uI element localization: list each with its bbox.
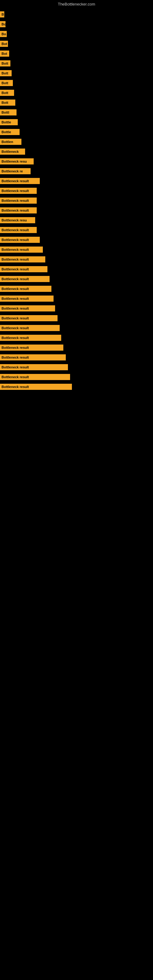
list-item: Bott: [0, 59, 153, 68]
bottleneck-label: Bottleneck result: [0, 325, 60, 331]
bottleneck-label: Bottleneck result: [0, 335, 61, 341]
list-item: Bottleneck result: [0, 284, 153, 294]
bottleneck-label: Bottleneck result: [0, 227, 37, 233]
list-item: Bot: [0, 49, 153, 59]
bottleneck-label: Bott: [0, 70, 12, 76]
bottleneck-label: Bottlen: [0, 139, 21, 145]
bottleneck-label: Bottl: [0, 109, 16, 115]
list-item: Bottle: [0, 117, 153, 127]
bottleneck-label: Bottleneck result: [0, 207, 37, 213]
bottleneck-label: Bottleneck resu: [0, 217, 35, 223]
list-item: Bottleneck result: [0, 333, 153, 343]
bottleneck-label: Bottleneck result: [0, 384, 72, 390]
bottleneck-label: Bottleneck result: [0, 256, 45, 262]
bottleneck-label: Bottleneck result: [0, 345, 63, 351]
bottleneck-label: Bott: [0, 60, 10, 67]
list-item: Bottleneck result: [0, 362, 153, 372]
bottleneck-label: Bottleneck result: [0, 315, 57, 321]
list-item: Bottleneck result: [0, 304, 153, 313]
bottleneck-label: Bottleneck result: [0, 237, 40, 243]
list-item: Bottleneck result: [0, 264, 153, 274]
bottleneck-label: Bottleneck result: [0, 188, 37, 194]
list-item: Bottleneck result: [0, 245, 153, 255]
bottleneck-label: Bottleneck result: [0, 197, 37, 204]
list-item: Bottleneck result: [0, 225, 153, 235]
bottleneck-label: Bot: [0, 51, 9, 57]
bottleneck-label: Bottleneck result: [0, 178, 40, 184]
bottleneck-label: Bottleneck result: [0, 276, 49, 282]
list-item: Bottleneck result: [0, 186, 153, 196]
list-item: Bottleneck result: [0, 176, 153, 186]
bottleneck-label: Bottleneck re: [0, 168, 30, 174]
bottleneck-label: Bottleneck result: [0, 354, 66, 360]
list-item: Bottleneck: [0, 147, 153, 156]
bottleneck-label: B: [0, 11, 4, 18]
bottleneck-label: Bottleneck result: [0, 286, 51, 292]
bottleneck-label: Bottleneck result: [0, 296, 54, 302]
bottleneck-label: Bo: [0, 21, 5, 27]
list-item: Bottleneck resu: [0, 215, 153, 225]
list-item: Bottleneck result: [0, 313, 153, 323]
bottleneck-label: Bottleneck result: [0, 247, 43, 253]
list-item: Bottle: [0, 127, 153, 137]
bottleneck-label: Bot: [0, 41, 8, 47]
list-item: Bottleneck re: [0, 166, 153, 176]
list-item: Bottleneck result: [0, 294, 153, 304]
list-item: Bo: [0, 29, 153, 39]
list-item: Bott: [0, 88, 153, 98]
list-item: Bottleneck result: [0, 323, 153, 333]
list-item: Bottleneck result: [0, 255, 153, 264]
bottleneck-label: Bott: [0, 90, 14, 96]
list-item: Bottleneck result: [0, 196, 153, 205]
list-item: B: [0, 10, 153, 19]
bottleneck-label: Bottle: [0, 129, 19, 135]
bottleneck-label: Bottleneck resu: [0, 158, 33, 164]
list-item: Bott: [0, 68, 153, 78]
bottleneck-label: Bottleneck result: [0, 364, 68, 370]
list-item: Bottleneck result: [0, 235, 153, 245]
bottleneck-label: Bottleneck result: [0, 266, 48, 272]
bottleneck-label: Bottleneck result: [0, 305, 55, 312]
list-item: Bottleneck result: [0, 372, 153, 382]
list-item: Bottleneck result: [0, 274, 153, 284]
bottleneck-label: Bottle: [0, 119, 18, 125]
list-item: Bottleneck resu: [0, 156, 153, 166]
bottleneck-label: Bott: [0, 80, 13, 86]
bottleneck-label: Bott: [0, 100, 15, 106]
list-item: Bottlen: [0, 137, 153, 147]
bottleneck-label: Bottleneck result: [0, 374, 70, 380]
list-item: Bott: [0, 98, 153, 108]
list-item: Bott: [0, 78, 153, 88]
bottleneck-label: Bottleneck: [0, 148, 25, 155]
list-item: Bottleneck result: [0, 205, 153, 215]
list-item: Bottleneck result: [0, 343, 153, 353]
list-item: Bottl: [0, 108, 153, 117]
list-item: Bo: [0, 19, 153, 29]
list-item: Bottleneck result: [0, 382, 153, 392]
list-item: Bottleneck result: [0, 353, 153, 362]
bottleneck-label: Bo: [0, 31, 7, 37]
list-item: Bot: [0, 39, 153, 49]
site-title: TheBottlenecker.com: [0, 0, 153, 10]
